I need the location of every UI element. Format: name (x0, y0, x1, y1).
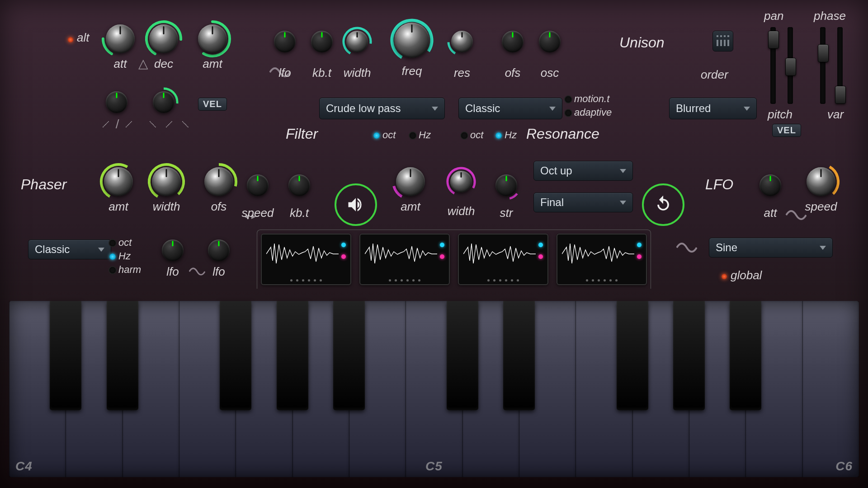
black-key[interactable] (333, 301, 365, 410)
amt-label: amt (203, 57, 222, 71)
sample-slot-2[interactable] (359, 234, 450, 285)
chevron-down-icon (620, 169, 626, 173)
osc-label: osc (541, 66, 559, 80)
motion-radio[interactable]: motion.t (565, 93, 609, 105)
phaser-oct-radio[interactable]: oct (109, 237, 132, 249)
mid-width-knob[interactable]: width (450, 171, 472, 192)
synth-plugin: alt att △ dec amt lfo kb.t width freq re… (0, 0, 868, 488)
resonance-type-dropdown[interactable]: Classic (458, 98, 562, 119)
black-key[interactable] (277, 301, 308, 410)
preview-sound-button[interactable] (335, 183, 377, 226)
phaser-width-label: width (153, 200, 180, 214)
var-label: var (827, 108, 844, 122)
kbt-label: kb.t (312, 66, 331, 80)
pan-slider[interactable] (770, 27, 776, 104)
pan-slider-2[interactable] (788, 27, 793, 104)
unison-vel-button[interactable]: VEL (772, 124, 801, 137)
black-key[interactable] (107, 301, 138, 410)
filter-lfo-knob[interactable]: lfo (274, 31, 296, 52)
filter-lfo-label: lfo (278, 66, 291, 80)
black-key[interactable] (617, 301, 648, 410)
freq-label: freq (402, 64, 422, 78)
ofs-knob[interactable]: ofs (502, 31, 524, 52)
att-label: att (114, 57, 127, 71)
sine-icon (676, 241, 697, 254)
chevron-down-icon (432, 107, 438, 111)
freq-knob[interactable]: freq (394, 23, 429, 58)
lfo-wave-dropdown[interactable]: Sine (709, 238, 833, 258)
chevron-down-icon (549, 107, 556, 111)
filter-hz-radio[interactable]: Hz (410, 129, 431, 141)
refresh-icon (653, 195, 673, 215)
phaser-ofs-knob[interactable]: ofs (204, 167, 233, 196)
global-toggle[interactable]: global (722, 268, 762, 282)
alt-led-icon (68, 37, 73, 42)
lfo-speed-label: speed (805, 200, 837, 214)
amt-knob[interactable]: amt (198, 24, 227, 53)
order-button[interactable] (712, 31, 733, 52)
lfo-att-knob[interactable]: att (760, 174, 781, 196)
unison-mode-dropdown[interactable]: Blurred (669, 98, 757, 119)
sample-slot-1[interactable] (261, 234, 351, 285)
dec-knob[interactable]: dec (149, 24, 178, 53)
pan-label: pan (764, 9, 783, 23)
output-dropdown[interactable]: Final (533, 192, 633, 212)
black-key[interactable] (220, 301, 251, 410)
filter-oct-radio[interactable]: oct (373, 129, 396, 141)
filter-type-dropdown[interactable]: Crude low pass (319, 98, 445, 119)
reset-button[interactable] (642, 183, 684, 226)
black-key[interactable] (730, 301, 761, 410)
lfo-wave-value: Sine (716, 241, 737, 254)
width-knob[interactable]: width (346, 31, 368, 52)
kbt-knob[interactable]: kb.t (311, 31, 333, 52)
phaser-kbt-knob[interactable]: kb.t (288, 174, 310, 196)
phaser-lfo2-knob[interactable]: lfo (208, 239, 230, 261)
mid-amt-label: amt (401, 200, 420, 214)
curve-set-b-icon: ⟍ ⟋ ⟍ (146, 117, 192, 131)
res-label: res (454, 66, 470, 80)
black-key[interactable] (50, 301, 81, 410)
dec-label: dec (154, 57, 173, 71)
octave-dropdown[interactable]: Oct up (533, 161, 633, 181)
phaser-amt-knob[interactable]: amt (104, 167, 133, 196)
phaser-speed-label: speed (242, 206, 274, 220)
white-key[interactable] (802, 301, 859, 477)
output-value: Final (540, 196, 564, 209)
phaser-type-value: Classic (35, 243, 70, 256)
sample-slot-3[interactable] (458, 234, 548, 285)
env-shape-b-knob[interactable] (153, 91, 175, 113)
lfo-speed-knob[interactable]: speed (807, 167, 835, 196)
order-label: order (701, 68, 728, 82)
unison-mode-value: Blurred (676, 102, 711, 115)
phaser-harm-radio[interactable]: harm (109, 264, 141, 276)
phaser-lfo1-knob[interactable]: lfo (162, 239, 184, 261)
sample-slot-4[interactable] (557, 234, 647, 285)
phaser-amt-label: amt (108, 200, 128, 214)
res-oct-radio[interactable]: oct (461, 129, 483, 141)
phaser-speed-knob[interactable]: speed (247, 174, 269, 196)
piano-keyboard[interactable]: // generated below via JS C4 C5 C6 (9, 301, 859, 477)
mid-amt-knob[interactable]: amt (396, 167, 425, 196)
adaptive-radio[interactable]: adaptive (565, 107, 612, 118)
str-knob[interactable]: str (495, 174, 517, 196)
black-key[interactable] (673, 301, 705, 410)
black-key[interactable] (447, 301, 478, 410)
res-knob[interactable]: res (451, 31, 473, 52)
vel-button[interactable]: VEL (198, 98, 227, 111)
att-knob[interactable]: att (106, 24, 135, 53)
var-slider[interactable] (837, 27, 843, 104)
black-key[interactable] (503, 301, 535, 410)
res-hz-radio[interactable]: Hz (495, 129, 517, 141)
phaser-hz-radio[interactable]: Hz (109, 250, 131, 262)
phaser-width-knob[interactable]: width (152, 167, 181, 196)
alt-label: alt (77, 31, 89, 45)
unison-section-label: Unison (619, 34, 665, 51)
phaser-type-dropdown[interactable]: Classic (28, 239, 111, 259)
phase-slider[interactable] (820, 27, 826, 104)
osc-knob[interactable]: osc (539, 31, 561, 52)
env-shape-a-knob[interactable] (106, 91, 127, 113)
sample-slot-row (257, 230, 651, 289)
width-label: width (344, 66, 371, 80)
lfo-section-label: LFO (705, 176, 733, 193)
key-c6-label: C6 (835, 459, 853, 474)
